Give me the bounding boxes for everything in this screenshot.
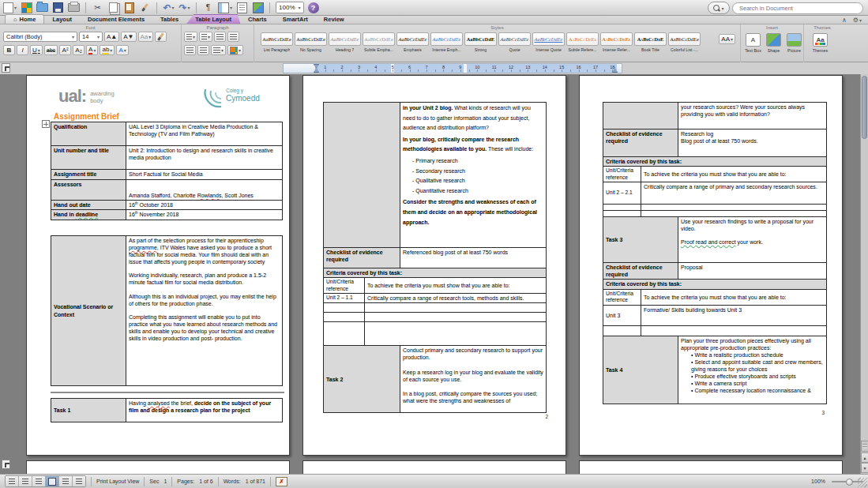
notebook-view-button[interactable] xyxy=(59,476,73,486)
scrollbar-thumb[interactable] xyxy=(862,76,867,139)
sidebar-button[interactable] xyxy=(236,2,248,13)
tab-charts[interactable]: Charts xyxy=(240,15,275,24)
zoom-slider-knob[interactable] xyxy=(846,479,853,486)
font-color-button[interactable]: A xyxy=(86,45,98,55)
tab-stop-selector-secondary[interactable] xyxy=(2,460,10,469)
help-button[interactable]: ? xyxy=(308,2,319,13)
style-chip[interactable]: AaBbCcDdEe Colorful List -... xyxy=(668,32,701,52)
style-chip[interactable]: AaBbCcDdEe Intense Refer... xyxy=(600,32,633,52)
scroll-down-button[interactable]: ▼ xyxy=(861,463,868,473)
publishing-view-button[interactable] xyxy=(32,476,46,486)
style-chip[interactable]: AaBbCcDdEe No Spacing xyxy=(295,32,327,52)
style-chip[interactable]: AaBbCcDdE Book Title xyxy=(634,32,667,52)
print-layout-view-button[interactable] xyxy=(46,476,59,486)
draft-view-button[interactable] xyxy=(6,476,19,486)
format-painter-button[interactable] xyxy=(139,2,151,13)
style-chip[interactable]: AaBbCcDdEe Subtle Refere... xyxy=(566,32,599,52)
collapse-ribbon-icon[interactable]: ∧ xyxy=(842,17,847,24)
tab-home[interactable]: ⌂Home xyxy=(5,14,44,24)
borders-button[interactable] xyxy=(227,45,243,55)
outline-view-button[interactable] xyxy=(19,476,32,486)
styles-settings-button[interactable]: AA xyxy=(719,34,735,44)
document-page-4-top[interactable] xyxy=(26,460,290,474)
decrease-indent-button[interactable] xyxy=(214,32,226,42)
undo-button[interactable]: ↶ xyxy=(163,2,175,13)
style-chip[interactable]: AaBbCcDdEe Heading 7 xyxy=(329,32,361,52)
paste-button[interactable] xyxy=(123,2,135,13)
subscript-button[interactable]: A₂ xyxy=(73,45,85,55)
font-size-combo[interactable]: 14 xyxy=(79,32,103,42)
spelling-status-icon[interactable]: ✗ xyxy=(276,477,287,486)
align-left-button[interactable] xyxy=(184,45,196,55)
italic-button[interactable]: I xyxy=(17,45,28,55)
insert-picture-button[interactable]: Picture xyxy=(784,33,804,53)
search-icon xyxy=(713,5,720,11)
horizontal-ruler[interactable]: 123456789101112131415161718 xyxy=(283,63,622,73)
document-page-2[interactable]: in your Unit 2 blog. What kinds of resea… xyxy=(302,75,566,456)
tab-table-layout[interactable]: Table Layout xyxy=(186,14,240,24)
style-chip[interactable]: AaBbCcDdEe Emphasis xyxy=(396,32,429,52)
grow-font-button[interactable]: A▲ xyxy=(104,32,119,42)
tab-layout[interactable]: Layout xyxy=(44,15,80,24)
vertical-scrollbar[interactable]: ▲ ▼ xyxy=(860,74,868,474)
tab-review[interactable]: Review xyxy=(316,15,352,24)
copy-button[interactable] xyxy=(107,2,119,13)
superscript-button[interactable]: A² xyxy=(59,45,71,55)
empty-cell xyxy=(324,322,365,346)
split-view-handle[interactable] xyxy=(861,441,868,452)
document-page-5-top[interactable] xyxy=(302,460,566,474)
show-formatting-button[interactable]: ¶ xyxy=(202,2,214,13)
tab-document-elements[interactable]: Document Elements xyxy=(80,15,152,24)
text-effects-button[interactable]: A xyxy=(116,45,128,55)
focus-view-button[interactable] xyxy=(73,476,85,486)
numbering-button[interactable] xyxy=(199,32,212,42)
tab-smartart[interactable]: SmartArt xyxy=(275,15,316,24)
redo-button[interactable]: ↷ xyxy=(178,2,190,13)
style-chip[interactable]: AaBbCcDdEe List Paragraph xyxy=(261,32,293,52)
cut-button[interactable]: ✂ xyxy=(92,2,103,13)
clear-formatting-button[interactable] xyxy=(155,32,167,42)
change-case-button[interactable]: Aa xyxy=(138,32,154,42)
highlight-button[interactable]: ab xyxy=(100,45,115,55)
bold-button[interactable]: B xyxy=(3,45,15,55)
style-chip[interactable]: AaBbCcDdE Strong xyxy=(464,32,497,52)
document-page-3[interactable]: your research sources? Were your sources… xyxy=(579,75,843,456)
media-browser-button[interactable] xyxy=(252,2,264,13)
table-move-handle-icon[interactable] xyxy=(42,120,50,128)
bullets-button[interactable] xyxy=(184,32,197,42)
search-input[interactable] xyxy=(732,2,863,14)
tab-tables[interactable]: Tables xyxy=(152,15,186,24)
align-center-button[interactable] xyxy=(197,45,209,55)
style-chip[interactable]: AaBbCcDdEe Quote xyxy=(498,32,531,52)
shrink-font-button[interactable]: A▼ xyxy=(121,32,136,42)
print-button[interactable] xyxy=(68,2,80,13)
gear-icon[interactable]: ⚙ xyxy=(853,17,862,24)
layout-view-button[interactable] xyxy=(218,2,232,13)
window-resize-grip[interactable] xyxy=(858,478,867,487)
open-button[interactable] xyxy=(36,2,48,13)
themes-button[interactable]: Aa Themes xyxy=(810,33,830,53)
tab-stop-selector[interactable] xyxy=(2,63,10,73)
style-preview: AaBbCcDdEe xyxy=(364,36,393,42)
paragraph-group: Paragraph xyxy=(182,24,254,62)
words-label[interactable]: Words: xyxy=(224,479,241,484)
increase-indent-button[interactable] xyxy=(227,32,239,42)
underline-button[interactable]: U xyxy=(30,45,43,55)
save-button[interactable] xyxy=(52,2,64,13)
style-preview: AaBbCcDdEe xyxy=(535,36,563,42)
insert-shape-button[interactable]: Shape xyxy=(764,33,783,53)
style-chip[interactable]: AaBbCcDdEe Subtle Empha... xyxy=(363,32,395,52)
zoom-combo[interactable]: 100% xyxy=(276,2,303,13)
document-page-6-top[interactable] xyxy=(579,460,843,474)
font-name-combo[interactable]: Calibri (Body) xyxy=(3,32,77,42)
new-document-button[interactable] xyxy=(3,2,17,13)
scroll-up-button[interactable]: ▲ xyxy=(861,452,868,463)
elements-gallery-button[interactable] xyxy=(21,2,32,13)
line-spacing-button[interactable] xyxy=(211,45,226,55)
search-scope-button[interactable] xyxy=(708,2,730,14)
document-page-1[interactable]: ual: awardingbody Coleg y Cymoedd Assign… xyxy=(26,75,290,456)
style-chip[interactable]: AaBbCcDdEe Intense Quote xyxy=(532,32,565,52)
insert-text-box-button[interactable]: A Text Box xyxy=(743,33,763,53)
style-chip[interactable]: AaBbCcDdEe Intense Emph... xyxy=(430,32,463,52)
strikethrough-button[interactable]: abc xyxy=(44,45,58,55)
